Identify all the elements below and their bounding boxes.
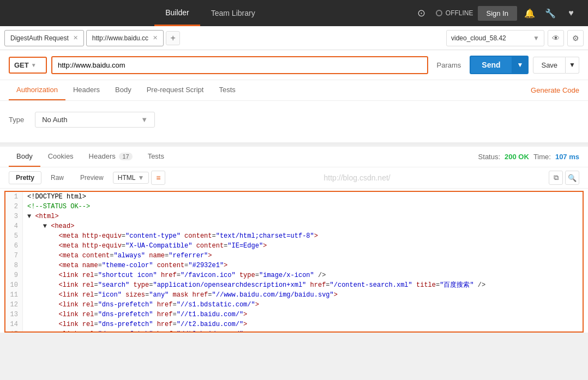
type-chevron: ▼ [141,116,148,124]
time-label: Time: [533,153,551,161]
add-tab-button[interactable]: + [166,31,180,45]
heart-icon[interactable]: ♥ [563,5,579,21]
resp-tab-body[interactable]: Body [9,147,40,167]
line-content: <link rel="shortcut icon" href="/favicon… [23,270,326,280]
response-section: Body Cookies Headers 17 Tests Status: 20… [0,147,588,333]
code-line-3: 3 ▼ <html> [5,212,583,221]
close-tab-url-button[interactable]: ✕ [153,34,158,41]
format-pretty[interactable]: Pretty [9,171,41,184]
bell-icon[interactable]: 🔔 [521,5,538,21]
request-tab-active[interactable]: DigestAuth Request ✕ [4,30,84,46]
tab-bar-right: video_cloud_58.42 ▼ 👁 ⚙ [446,30,584,46]
method-chevron: ▼ [31,62,37,68]
line-num: 8 [5,261,23,270]
line-content: <meta name="theme-color" content="#2932e… [23,261,227,270]
line-content: <!--STATUS OK--> [23,202,90,212]
code-line-6: 6 <meta http-equiv="X-UA-Compatible" con… [5,241,583,251]
line-num: 12 [5,300,23,310]
env-name: video_cloud_58.42 [451,34,506,42]
code-line-7: 7 <meta content="always" name="referrer"… [5,251,583,261]
offline-label: OFFLINE [446,9,473,17]
save-button[interactable]: Save [533,57,566,74]
settings-icon[interactable]: ⚙ [567,30,584,46]
line-content: <link rel="dns-prefetch" href="//t3.baid… [23,329,247,333]
line-content: <meta http-equiv="content-type" content=… [23,231,318,241]
env-selector[interactable]: video_cloud_58.42 ▼ [446,30,544,46]
tab-body[interactable]: Body [107,80,139,100]
code-line-5: 5 <meta http-equiv="content-type" conten… [5,231,583,241]
tab-prerequest[interactable]: Pre-request Script [139,80,212,100]
method-selector[interactable]: GET ▼ [9,57,47,74]
nav-tab-builder[interactable]: Builder [154,0,200,26]
time-value: 107 ms [555,153,579,161]
signin-button[interactable]: Sign In [478,6,517,21]
type-label: Type [9,116,24,124]
format-selector[interactable]: HTML ▼ [113,172,149,184]
line-num: 1 [5,192,23,202]
line-content: <meta content="always" name="referrer"> [23,251,212,261]
globe-icon: ⊙ [412,3,431,23]
resp-tab-headers[interactable]: Headers 17 [81,147,140,167]
line-num: 13 [5,310,23,319]
line-content: <link rel="dns-prefetch" href="//t1.baid… [23,310,247,319]
code-line-4: 4 ▼ <head> [5,221,583,231]
send-button-group: Send ▼ [470,56,529,74]
line-num: 10 [5,280,23,290]
copy-icon[interactable]: ⧉ [549,171,563,185]
code-line-10: 10 <link rel="search" type="application/… [5,280,583,290]
type-value: No Auth [42,116,136,124]
code-line-13: 13 <link rel="dns-prefetch" href="//t1.b… [5,310,583,319]
request-tab-label: DigestAuth Request [10,34,69,42]
send-button[interactable]: Send [470,56,512,74]
save-button-group: Save ▼ [533,57,579,74]
resp-status: Status: 200 OK Time: 107 ms [478,153,579,161]
line-content: ▼ <html> [23,212,59,221]
params-button[interactable]: Params [433,61,466,69]
code-line-9: 9 <link rel="shortcut icon" href="/favic… [5,270,583,280]
code-line-2: 2 <!--STATUS OK--> [5,202,583,212]
type-row: Type No Auth ▼ [9,112,579,128]
request-tab-url-label: http://www.baidu.cc [92,34,148,42]
generate-code-button[interactable]: Generate Code [531,86,579,94]
line-num: 14 [5,319,23,329]
line-content: <meta http-equiv="X-UA-Compatible" conte… [23,241,267,251]
nav-tab-library[interactable]: Team Library [200,0,266,26]
wrap-icon[interactable]: ≡ [151,171,165,185]
line-num: 4 [5,221,23,231]
code-area: 1 <!DOCTYPE html> 2 <!--STATUS OK--> 3 ▼… [4,191,584,333]
resp-tab-tests[interactable]: Tests [140,147,172,167]
offline-status: OFFLINE [436,9,473,17]
save-dropdown-button[interactable]: ▼ [566,57,579,74]
line-content: <link rel="icon" sizes="any" mask href="… [23,290,338,300]
tab-tests[interactable]: Tests [211,80,243,100]
nav-right: ⊙ OFFLINE Sign In 🔔 🔧 ♥ [412,3,579,23]
format-value: HTML [118,174,136,182]
line-num: 9 [5,270,23,280]
request-row: GET ▼ Params Send ▼ Save ▼ [0,50,588,80]
status-label: Status: [478,153,500,161]
request-tab-url[interactable]: http://www.baidu.cc ✕ [86,30,164,46]
line-content: <!DOCTYPE html> [23,192,86,202]
format-raw[interactable]: Raw [44,171,71,184]
format-chevron: ▼ [137,174,144,182]
line-num: 2 [5,202,23,212]
url-input[interactable] [51,56,428,74]
close-tab-button[interactable]: ✕ [73,34,78,41]
code-line-11: 11 <link rel="icon" sizes="any" mask hre… [5,290,583,300]
search-icon[interactable]: 🔍 [565,171,579,185]
type-selector[interactable]: No Auth ▼ [35,112,155,128]
eye-icon[interactable]: 👁 [548,30,564,46]
tab-headers[interactable]: Headers [65,80,107,100]
code-line-15: 15 <link rel="dns-prefetch" href="//t3.b… [5,329,583,333]
wrench-icon[interactable]: 🔧 [542,5,559,21]
send-dropdown-button[interactable]: ▼ [513,56,529,74]
line-num: 3 [5,212,23,221]
resp-tab-cookies[interactable]: Cookies [40,147,81,167]
line-num: 6 [5,241,23,251]
line-content: <link rel="dns-prefetch" href="//s1.bdst… [23,300,259,310]
format-preview[interactable]: Preview [73,171,111,184]
resp-body-toolbar: Pretty Raw Preview HTML ▼ ≡ http://blog.… [0,167,588,189]
response-tab-bar: Body Cookies Headers 17 Tests Status: 20… [0,147,588,167]
tab-bar: DigestAuth Request ✕ http://www.baidu.cc… [0,26,588,50]
tab-authorization[interactable]: Authorization [9,80,65,100]
